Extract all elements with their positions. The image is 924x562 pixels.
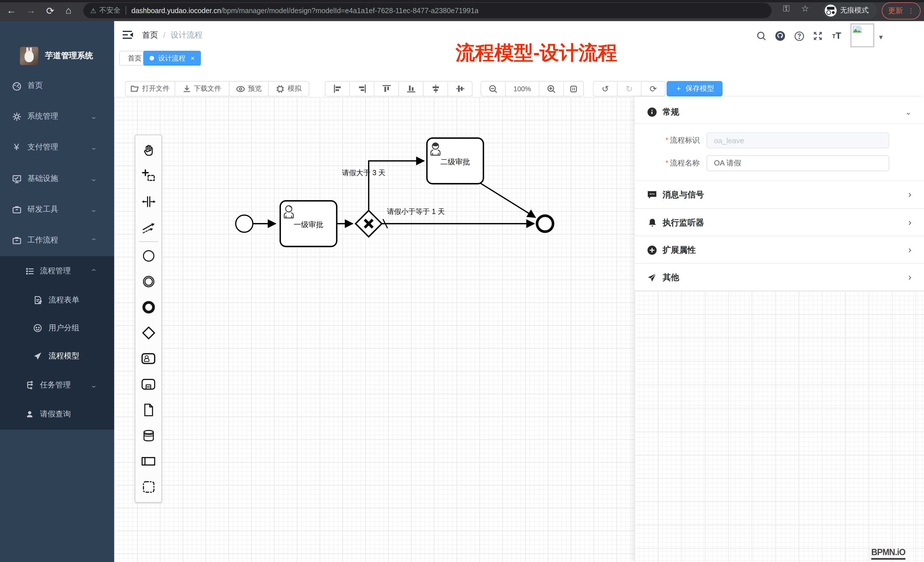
panel-section-other[interactable]: 其他 ›: [634, 264, 924, 291]
designer-toolbar: 打开文件 下载文件 预览 模拟: [114, 67, 924, 97]
panel-section-extensions[interactable]: 扩展属性 ›: [634, 236, 924, 264]
sidebar-item-label: 系统管理: [27, 111, 58, 121]
preview-button[interactable]: 预览: [229, 81, 269, 96]
create-subprocess[interactable]: [135, 372, 162, 397]
breadcrumb-home[interactable]: 首页: [142, 30, 158, 40]
create-intermediate-event[interactable]: [135, 269, 162, 294]
create-gateway[interactable]: [135, 320, 162, 346]
create-data-object[interactable]: [135, 397, 162, 423]
password-key-icon[interactable]: ⚿: [783, 3, 790, 14]
sidebar-item-task-mgmt[interactable]: 任务管理 ⌄: [0, 374, 114, 397]
chevron-down-icon: ⌄: [90, 382, 97, 388]
task-label: 一级审批: [280, 220, 337, 230]
search-icon[interactable]: [754, 29, 768, 43]
start-event[interactable]: [236, 215, 253, 232]
tree-node-icon: [24, 380, 35, 390]
end-event[interactable]: [537, 216, 553, 232]
open-file-button[interactable]: 打开文件: [125, 81, 175, 96]
sidebar-item-system[interactable]: 系统管理 ⌄: [0, 105, 114, 128]
create-data-store[interactable]: [135, 423, 162, 448]
browser-menu-icon[interactable]: ⋮: [908, 7, 914, 15]
bookmark-star-icon[interactable]: ☆: [801, 3, 809, 14]
browser-update-button[interactable]: 更新 ⋮: [882, 2, 921, 19]
face-icon: [33, 323, 43, 333]
task-label: 二级审批: [427, 157, 483, 167]
tab-label: 首页: [128, 53, 141, 63]
panel-extra-area: BPMN.iO: [634, 291, 924, 562]
sidebar-item-process-form[interactable]: 流程表单: [0, 289, 114, 312]
sidebar: 芋道管理系统 首页 系统管理 ⌄ ¥ 支付管理 ⌄ 基础设施 ⌄: [0, 21, 114, 562]
zoom-level: 100%: [505, 81, 539, 96]
sidebar-item-payment[interactable]: ¥ 支付管理 ⌄: [0, 136, 114, 159]
panel-section-listeners[interactable]: 执行监听器 ›: [634, 209, 924, 236]
align-bottom-button[interactable]: [398, 81, 423, 96]
tab-design-process[interactable]: 设计流程 ×: [143, 51, 201, 66]
caret-down-icon[interactable]: ▼: [878, 34, 884, 40]
align-right-button[interactable]: [349, 81, 374, 96]
lasso-tool[interactable]: [135, 163, 162, 189]
align-center-horizontal-button[interactable]: [447, 81, 472, 96]
not-secure-label: 不安全: [99, 6, 121, 15]
create-end-event[interactable]: [135, 294, 162, 320]
address-bar[interactable]: ⚠ 不安全 dashboard.yudao.iocoder.cn/bpm/man…: [83, 3, 772, 18]
close-icon[interactable]: ×: [190, 54, 195, 62]
zoom-reset-button[interactable]: [563, 81, 584, 96]
sidebar-item-process-model[interactable]: 流程模型: [0, 345, 114, 367]
zoom-in-button[interactable]: [539, 81, 564, 96]
browser-home-icon[interactable]: ⌂: [62, 4, 75, 18]
restart-button[interactable]: ⟳: [641, 81, 666, 96]
browser-back-icon[interactable]: ←: [4, 4, 18, 18]
sidebar-item-process-mgmt[interactable]: 流程管理 ⌄: [0, 259, 114, 282]
chevron-right-icon: ›: [908, 189, 912, 200]
process-name-input[interactable]: [706, 155, 889, 171]
simulate-label: 模拟: [288, 84, 302, 94]
panel-section-messages[interactable]: 消息与信号 ›: [634, 181, 924, 208]
save-model-button[interactable]: ＋ 保存模型: [667, 81, 723, 96]
sidebar-item-home[interactable]: 首页: [0, 74, 114, 97]
bpmn-canvas[interactable]: 一级审批 二级审批 请假大于 3 天 请假小于等于 1 天: [114, 97, 634, 562]
fullscreen-icon[interactable]: [811, 29, 825, 43]
undo-button[interactable]: ↺: [593, 81, 618, 96]
font-size-icon[interactable]: TT: [830, 29, 843, 43]
github-icon[interactable]: [773, 29, 787, 43]
sidebar-item-user-group[interactable]: 用户分组: [0, 317, 114, 339]
browser-reload-icon[interactable]: ⟳: [44, 4, 57, 18]
dashboard-icon: [11, 81, 22, 91]
chevron-right-icon: ›: [908, 271, 912, 283]
simulate-button[interactable]: 模拟: [268, 81, 309, 96]
list-tree-icon: [24, 266, 35, 276]
url-path: /bpm/manager/model/design?modelId=e4a1a1…: [221, 7, 478, 15]
global-connect-tool[interactable]: [135, 214, 162, 240]
not-secure-icon: ⚠: [90, 7, 96, 15]
sidebar-item-workflow[interactable]: 工作流程 ⌄: [0, 229, 114, 252]
hand-tool[interactable]: [135, 138, 162, 163]
sidebar-collapse-icon[interactable]: [122, 30, 134, 40]
zoom-out-button[interactable]: [480, 81, 506, 96]
help-icon[interactable]: [792, 29, 806, 43]
align-center-vertical-button[interactable]: [423, 81, 448, 96]
chevron-down-icon: ⌄: [905, 108, 912, 116]
align-left-button[interactable]: [325, 81, 350, 96]
url-domain: dashboard.yudao.iocoder.cn: [132, 7, 221, 15]
download-file-button[interactable]: 下载文件: [175, 81, 230, 96]
sidebar-item-label: 用户分组: [48, 323, 80, 333]
field-label: 流程名称: [670, 159, 700, 167]
bpmn-io-logo[interactable]: BPMN.iO: [871, 547, 906, 560]
create-user-task[interactable]: [135, 346, 162, 372]
panel-section-general[interactable]: 常规 ⌄: [634, 102, 924, 122]
save-model-label: 保存模型: [686, 84, 714, 94]
sidebar-item-leave-query[interactable]: 请假查询: [0, 403, 114, 426]
sidebar-item-infra[interactable]: 基础设施 ⌄: [0, 167, 114, 190]
space-tool[interactable]: [135, 189, 162, 214]
create-participant-pool[interactable]: [135, 448, 162, 474]
sidebar-item-devtools[interactable]: 研发工具 ⌄: [0, 198, 114, 221]
download-file-label: 下载文件: [194, 84, 221, 94]
align-top-button[interactable]: [374, 81, 399, 96]
avatar[interactable]: [850, 23, 874, 47]
browser-forward-icon[interactable]: →: [24, 4, 38, 18]
chevron-down-icon: ⌄: [90, 206, 97, 213]
flow-task2-to-end[interactable]: [479, 183, 536, 217]
create-group[interactable]: [135, 474, 162, 500]
create-start-event[interactable]: [135, 243, 162, 269]
redo-button[interactable]: ↻: [617, 81, 642, 96]
